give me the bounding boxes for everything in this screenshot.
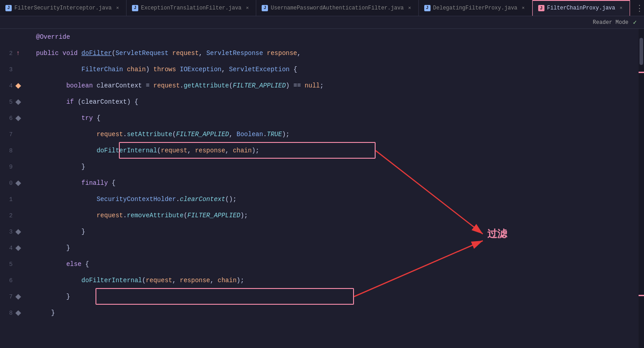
line-num-9: 9 — [0, 164, 13, 170]
code-line-2: public void doFilter ( ServletRequest re… — [36, 45, 639, 61]
tab-more-button[interactable]: ⋮ — [630, 3, 644, 13]
gutter-row-15: 5 — [0, 256, 32, 272]
gutter-icon-11 — [14, 196, 22, 203]
tab-icon-3: J — [262, 5, 268, 11]
gutter-icon-3 — [14, 66, 22, 73]
diamond-icon-17 — [15, 294, 21, 300]
tab-close-5[interactable]: × — [618, 5, 624, 11]
diamond-icon-14 — [15, 245, 21, 251]
gutter-row-3: 3 — [0, 61, 32, 78]
diamond-icon-5 — [15, 99, 21, 105]
gutter-row-14: 4 — [0, 240, 32, 256]
gutter-icon-5 — [14, 98, 22, 105]
gutter-row-9: 9 — [0, 159, 32, 175]
tab-label-1: FilterSecurityInterceptor.java — [14, 5, 112, 11]
gutter-row-17: 7 — [0, 288, 32, 305]
line-num-4: 4 — [0, 82, 13, 89]
gutter-icon-10 — [14, 179, 22, 187]
tab-label-3: UsernamePasswordAuthenticationFilter.jav… — [271, 5, 404, 11]
tab-icon-1: J — [5, 5, 12, 11]
line-num-8: 8 — [0, 147, 13, 154]
scrollbar-thumb[interactable] — [639, 38, 643, 65]
code-line-11: SecurityContextHolder . clearContext () … — [36, 191, 639, 207]
line-num-18: 8 — [0, 310, 13, 316]
gutter-row-10: 0 — [0, 175, 32, 191]
gutter-icon-9 — [14, 163, 22, 170]
tab-username-password[interactable]: J UsernamePasswordAuthenticationFilter.j… — [256, 0, 418, 16]
line-num-7: 7 — [0, 131, 13, 138]
code-line-3: FilterChain chain ) throws IOException ,… — [36, 61, 639, 78]
tab-delegating-filter-proxy[interactable]: J DelegatingFilterProxy.java × — [419, 0, 532, 16]
gutter-icon-2: ↑ — [14, 50, 22, 57]
annotation-label-guolv: 过滤 — [487, 227, 507, 241]
reader-mode-label: Reader Mode — [593, 19, 628, 26]
line-num-10: 0 — [0, 180, 13, 187]
gutter-row-1 — [0, 29, 32, 45]
line-num-13: 3 — [0, 229, 13, 235]
gutter-icon-14 — [14, 244, 22, 252]
diamond-icon-13 — [15, 229, 21, 235]
diamond-icon-4 — [15, 83, 21, 89]
tab-label-4: DelegatingFilterProxy.java — [433, 5, 517, 11]
gutter-row-18: 8 — [0, 305, 32, 321]
gutter-icon-1 — [14, 33, 22, 41]
scrollbar-track[interactable] — [639, 29, 644, 348]
code-line-10: finally { — [36, 175, 639, 191]
diamond-icon-10 — [15, 180, 21, 186]
gutter-row-11: 1 — [0, 191, 32, 207]
gutter-icon-13 — [14, 228, 22, 235]
gutter-icon-15 — [14, 261, 22, 268]
gutter-icon-16 — [14, 277, 22, 284]
line-num-2: 2 — [0, 50, 13, 57]
tab-close-3[interactable]: × — [407, 5, 413, 11]
tab-label-5: FilterChainProxy.java — [547, 5, 615, 11]
gutter-row-16: 6 — [0, 272, 32, 288]
tab-icon-5: J — [538, 5, 544, 11]
code-line-18: } — [36, 305, 639, 321]
code-line-4: boolean clearContext = request . getAttr… — [36, 78, 639, 94]
code-line-14: } — [36, 240, 639, 256]
diamond-icon-18 — [15, 310, 21, 316]
code-line-13: } — [36, 224, 639, 240]
annotation-override: @Override — [36, 33, 70, 41]
code-line-5: if ( clearContext ) { — [36, 94, 639, 110]
gutter-icon-17 — [14, 293, 22, 300]
code-line-7: request . setAttribute ( FILTER_APPLIED … — [36, 126, 639, 142]
gutter-row-4: 4 — [0, 78, 32, 94]
line-num-17: 7 — [0, 293, 13, 300]
gutter-row-8: 8 — [0, 142, 32, 159]
line-num-12: 2 — [0, 212, 13, 219]
gutter-row-2: 2 ↑ — [0, 45, 32, 61]
sub-bar: Reader Mode ✓ — [0, 16, 644, 29]
line-num-11: 1 — [0, 196, 13, 203]
tab-close-2[interactable]: × — [244, 5, 250, 11]
scrollbar-mark-1 — [639, 72, 644, 73]
code-line-9: } — [36, 159, 639, 175]
tab-label-2: ExceptionTranslationFilter.java — [141, 5, 241, 11]
line-num-3: 3 — [0, 66, 13, 73]
gutter-row-12: 2 — [0, 207, 32, 224]
line-gutter: 2 ↑ 3 4 5 6 — [0, 29, 32, 348]
tab-close-1[interactable]: × — [114, 5, 121, 11]
tab-exception-translation[interactable]: J ExceptionTranslationFilter.java × — [127, 0, 256, 16]
gutter-icon-8 — [14, 147, 22, 154]
tab-close-4[interactable]: × — [520, 5, 526, 11]
tab-icon-4: J — [424, 5, 431, 11]
tab-filter-chain-proxy[interactable]: J FilterChainProxy.java × — [532, 0, 630, 16]
code-line-12: request . removeAttribute ( FILTER_APPLI… — [36, 207, 639, 224]
tab-filter-security-interceptor[interactable]: J FilterSecurityInterceptor.java × — [0, 0, 127, 16]
editor-container: 2 ↑ 3 4 5 6 — [0, 29, 644, 348]
gutter-row-5: 5 — [0, 94, 32, 110]
gutter-icon-7 — [14, 131, 22, 138]
code-line-8: doFilterInternal ( request , response , … — [36, 142, 639, 159]
reader-mode-checkmark: ✓ — [633, 18, 637, 26]
gutter-row-6: 6 — [0, 110, 32, 126]
tab-icon-2: J — [132, 5, 138, 11]
code-line-1: @Override — [36, 29, 639, 45]
code-area[interactable]: @Override public void doFilter ( Servlet… — [32, 29, 639, 348]
gutter-icon-4 — [14, 82, 22, 89]
do-filter-internal-call-1: doFilterInternal — [96, 147, 157, 154]
line-num-16: 6 — [0, 277, 13, 284]
line-num-6: 6 — [0, 115, 13, 122]
code-line-6: try { — [36, 110, 639, 126]
